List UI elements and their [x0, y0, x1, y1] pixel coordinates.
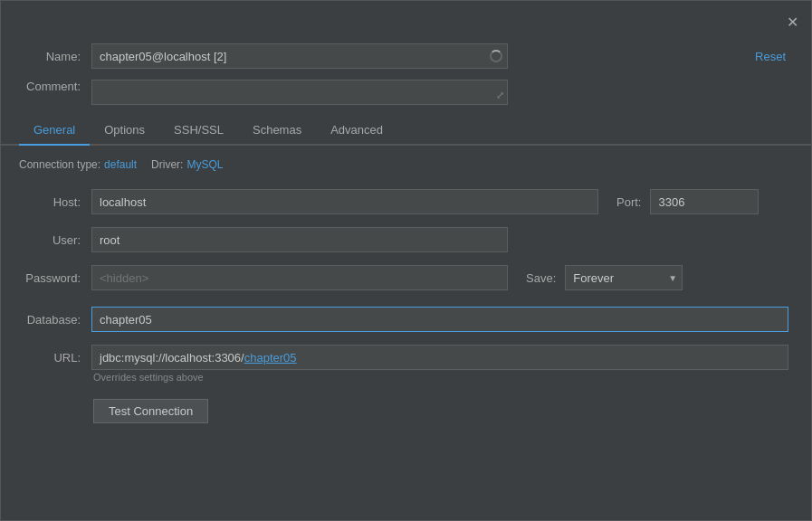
save-select-wrap: Forever Session only Never ▼	[565, 265, 683, 290]
reset-button[interactable]: Reset	[748, 46, 793, 67]
url-row: URL: jdbc:mysql://localhost:3306/chapter…	[19, 345, 793, 370]
connection-type-row: Connection type: default Driver: MySQL	[1, 155, 811, 175]
save-label: Save:	[526, 271, 556, 285]
tab-options[interactable]: Options	[90, 116, 159, 146]
driver-label: Driver:	[151, 158, 183, 171]
url-hint: Overrides settings above	[93, 372, 793, 383]
password-input[interactable]	[91, 265, 508, 290]
url-text-link: chapter05	[244, 351, 297, 365]
expand-icon[interactable]: ⤢	[496, 90, 504, 101]
name-input-wrap	[91, 43, 508, 69]
url-display: jdbc:mysql://localhost:3306/chapter05	[91, 345, 788, 370]
host-port-row: Host: Port:	[1, 184, 811, 220]
port-label: Port:	[616, 195, 641, 209]
port-input[interactable]	[650, 189, 759, 214]
tab-general[interactable]: General	[19, 116, 90, 146]
url-section: URL: jdbc:mysql://localhost:3306/chapter…	[1, 339, 811, 388]
user-row: User:	[1, 223, 811, 256]
save-select[interactable]: Forever Session only Never	[565, 265, 683, 290]
tab-sshssl[interactable]: SSH/SSL	[159, 116, 238, 146]
connection-dialog: ✕ Name: Reset Comment: ⤢ General Options…	[0, 0, 812, 521]
name-label: Name:	[19, 50, 91, 63]
spinner-icon	[490, 50, 502, 62]
comment-label: Comment:	[19, 80, 91, 93]
name-row: Name: Reset	[1, 40, 811, 72]
comment-row: Comment: ⤢	[1, 76, 811, 109]
close-button[interactable]: ✕	[781, 12, 804, 33]
tab-schemas[interactable]: Schemas	[238, 116, 316, 146]
tab-advanced[interactable]: Advanced	[316, 116, 397, 146]
title-bar: ✕	[1, 10, 811, 40]
host-label: Host:	[19, 195, 91, 209]
comment-input-wrap: ⤢	[91, 80, 508, 105]
database-label: Database:	[19, 313, 91, 327]
user-input[interactable]	[91, 227, 508, 252]
tabs-bar: General Options SSH/SSL Schemas Advanced	[1, 116, 811, 146]
connection-type-label: Connection type:	[19, 158, 100, 171]
url-text-prefix: jdbc:mysql://localhost:3306/	[100, 351, 244, 365]
database-row: Database:	[1, 303, 811, 336]
password-label: Password:	[19, 271, 91, 285]
host-input[interactable]	[91, 189, 598, 214]
connection-type-value: default	[104, 158, 137, 171]
url-label: URL:	[19, 351, 91, 365]
name-input[interactable]	[91, 43, 508, 69]
database-input[interactable]	[91, 307, 788, 332]
driver-value: MySQL	[186, 158, 223, 171]
user-label: User:	[19, 233, 91, 247]
test-connection-button[interactable]: Test Connection	[93, 399, 208, 423]
test-btn-row: Test Connection	[75, 390, 811, 432]
comment-input[interactable]	[91, 80, 508, 105]
password-save-row: Password: Save: Forever Session only Nev…	[1, 260, 811, 296]
